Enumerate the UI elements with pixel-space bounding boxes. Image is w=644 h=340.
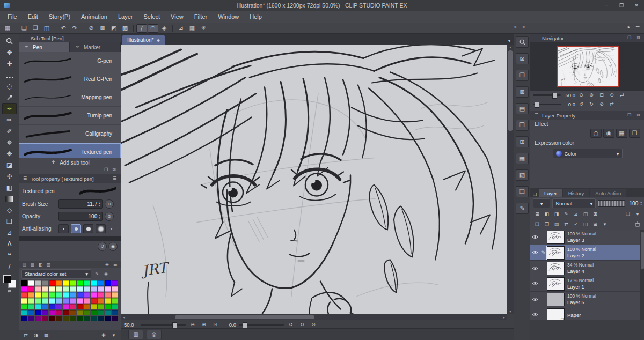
- airbrush-tool[interactable]: ✵: [2, 137, 17, 148]
- save-button[interactable]: ◫: [41, 24, 52, 33]
- color-swatch[interactable]: [77, 316, 83, 321]
- colorset-menu-icon[interactable]: ☰: [112, 262, 119, 268]
- color-swatch[interactable]: [56, 286, 62, 292]
- color-swatch[interactable]: [21, 286, 27, 292]
- color-swatch[interactable]: [56, 298, 62, 304]
- layer-opacity-stepper[interactable]: ▴▾: [640, 201, 642, 206]
- all-sides-view-button[interactable]: ▥: [128, 330, 143, 339]
- color-swatch[interactable]: [91, 280, 97, 286]
- color-swatch[interactable]: [42, 310, 48, 315]
- decoration-tool[interactable]: ❉: [2, 148, 17, 159]
- lasso-tool[interactable]: ◌: [2, 80, 17, 92]
- edit-panel-icon[interactable]: ✎: [516, 203, 529, 214]
- halftone-icon[interactable]: ◑: [32, 332, 40, 339]
- close-button[interactable]: ✕: [629, 1, 644, 10]
- grid-button[interactable]: ▦: [187, 24, 197, 33]
- brush-size-input[interactable]: 11.7 ▴▾: [58, 199, 103, 209]
- navigator-popout-icon[interactable]: ❐: [626, 35, 633, 41]
- layer-thumbnail[interactable]: [547, 262, 565, 275]
- nav-zoom-in-button[interactable]: ⊕: [587, 92, 596, 99]
- merge-layer-icon[interactable]: ✓: [572, 221, 580, 228]
- step-down-icon[interactable]: ▾: [99, 217, 100, 219]
- vertical-scroll-thumb[interactable]: [508, 50, 513, 131]
- swap-color-icon[interactable]: ⇄: [6, 288, 13, 294]
- nav-zoom-handle[interactable]: [552, 93, 557, 99]
- toolprop-scroll-divider[interactable]: [19, 236, 121, 241]
- color-swatch[interactable]: [35, 316, 41, 321]
- color-swatch[interactable]: [28, 292, 34, 298]
- color-swatch[interactable]: [112, 298, 118, 304]
- color-swatch[interactable]: [112, 304, 118, 309]
- color-swatch[interactable]: [77, 310, 83, 315]
- color-swatch[interactable]: [63, 310, 69, 315]
- color-swatch[interactable]: [70, 310, 76, 315]
- tab-history[interactable]: History: [563, 189, 590, 197]
- color-swatch[interactable]: [56, 292, 62, 298]
- color-swatch[interactable]: [49, 292, 55, 298]
- menu-item-window[interactable]: Window: [213, 11, 244, 23]
- frame-border-tool[interactable]: ❏: [2, 216, 17, 227]
- apply-mask-icon[interactable]: ⊞: [591, 221, 599, 228]
- color-swatch[interactable]: [49, 298, 55, 304]
- panel-list-icon[interactable]: ☰: [533, 35, 540, 41]
- ruler-button[interactable]: ⊿: [175, 24, 186, 33]
- color-swatch[interactable]: [70, 280, 76, 286]
- color-swatch[interactable]: [77, 286, 83, 292]
- color-swatch[interactable]: [56, 316, 62, 321]
- deselect-button[interactable]: ⊠: [97, 24, 108, 33]
- brush-item[interactable]: Calligraphy: [19, 125, 121, 143]
- lock-colorset-icon[interactable]: ◉: [103, 271, 109, 277]
- workspace-toggle-button[interactable]: ▦: [2, 24, 13, 33]
- navigator-close-icon[interactable]: ⊠: [635, 35, 642, 41]
- color-swatch[interactable]: [49, 310, 55, 315]
- pin-layer-icon[interactable]: ⊞: [533, 211, 541, 218]
- symmetry-button[interactable]: ✳: [198, 24, 209, 33]
- snap-to-special-ruler-button[interactable]: ◈: [159, 24, 170, 33]
- color-swatch[interactable]: [70, 298, 76, 304]
- more-icon[interactable]: ▾: [109, 332, 118, 339]
- panel-list-icon[interactable]: ☰: [533, 113, 540, 119]
- color-swatch[interactable]: [70, 286, 76, 292]
- fill-tool[interactable]: ◧: [2, 182, 17, 193]
- color-swatch[interactable]: [42, 280, 48, 286]
- mask-layer-icon[interactable]: ◫: [581, 211, 590, 218]
- color-swatch[interactable]: [98, 316, 104, 321]
- layer-row-selected[interactable]: ✎ 100 % NormalLayer 2: [530, 245, 644, 261]
- menu-item-story[interactable]: Story(P): [43, 11, 76, 23]
- draft-layer-icon[interactable]: ✎: [562, 211, 570, 218]
- color-swatch[interactable]: [105, 286, 111, 292]
- expand-panel-icon[interactable]: ▸: [625, 24, 633, 31]
- color-swatch[interactable]: [112, 310, 118, 315]
- material-manga-panel-icon[interactable]: ⊠: [516, 86, 529, 98]
- scroll-right-icon[interactable]: ▸: [501, 315, 507, 320]
- color-swatch[interactable]: [42, 286, 48, 292]
- color-swatch[interactable]: [21, 304, 27, 309]
- border-effect-button[interactable]: ○: [590, 129, 602, 138]
- color-indicator[interactable]: [3, 275, 16, 288]
- color-swatch[interactable]: [105, 310, 111, 315]
- ruler-layer-icon[interactable]: ⊿: [572, 211, 580, 218]
- color-swatch[interactable]: [28, 286, 34, 292]
- correct-line-tool[interactable]: ∕: [2, 261, 17, 272]
- nav-flip-h-button[interactable]: ⇄: [608, 101, 616, 108]
- visibility-eye-icon[interactable]: [530, 282, 540, 286]
- clip-layer-icon[interactable]: ⊠: [591, 211, 599, 218]
- color-swatch[interactable]: [84, 298, 90, 304]
- color-swatch[interactable]: [112, 292, 118, 298]
- color-swatch[interactable]: [91, 298, 97, 304]
- color-swatch[interactable]: [84, 292, 90, 298]
- color-swatch[interactable]: [77, 292, 83, 298]
- grid-view-icon[interactable]: ▦: [42, 332, 50, 339]
- layer-row[interactable]: 17 % NormalLayer 1: [530, 276, 644, 292]
- color-swatch[interactable]: [21, 280, 27, 286]
- text-tool[interactable]: A: [2, 238, 17, 249]
- nav-reset-button[interactable]: ⊘: [597, 101, 606, 108]
- menu-item-select[interactable]: Select: [138, 11, 166, 23]
- layer-property-close-icon[interactable]: ⊠: [635, 113, 642, 119]
- nav-rotate-left-button[interactable]: ↺: [577, 101, 586, 108]
- material-list-panel-icon[interactable]: ▤: [516, 103, 529, 114]
- layer-property-popout-icon[interactable]: ❐: [626, 113, 633, 119]
- toolprop-menu-icon[interactable]: ☰: [111, 176, 118, 182]
- layer-thumbnail[interactable]: [547, 246, 565, 260]
- color-swatch[interactable]: [21, 316, 27, 321]
